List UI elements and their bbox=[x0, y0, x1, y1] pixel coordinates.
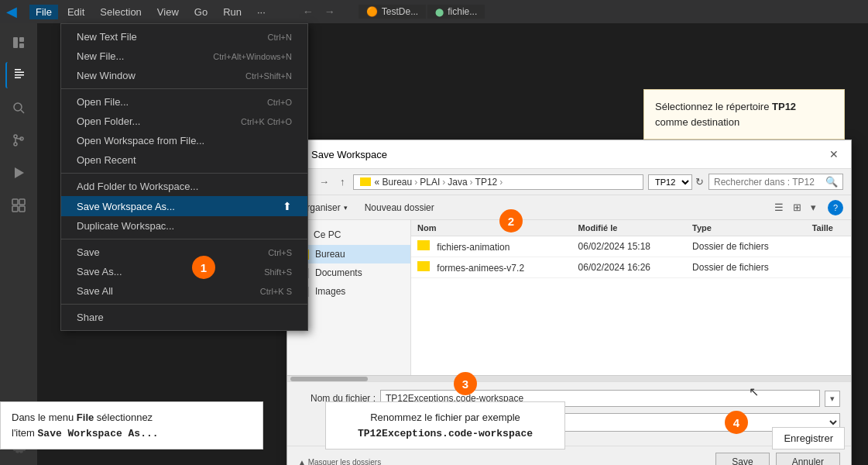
menu-item-save-workspace-as[interactable]: Save Workspace As... ⬆ bbox=[61, 196, 307, 216]
callout-4: Enregistrer bbox=[772, 427, 845, 450]
menu-item-save-all[interactable]: Save All Ctrl+K S bbox=[61, 281, 307, 301]
sidebar-explorer-icon[interactable] bbox=[5, 29, 32, 56]
svg-line-8 bbox=[21, 110, 24, 113]
menu-edit[interactable]: Edit bbox=[61, 5, 91, 19]
col-taille[interactable]: Taille bbox=[806, 220, 851, 236]
scroll-thumb[interactable] bbox=[290, 377, 368, 381]
horizontal-scrollbar[interactable] bbox=[287, 375, 851, 381]
menu-item-open-file[interactable]: Open File... Ctrl+O bbox=[61, 92, 307, 112]
sidebar-git-icon[interactable] bbox=[5, 127, 32, 153]
menu-item-open-workspace-from-file[interactable]: Open Workspace from File... bbox=[61, 131, 307, 150]
menu-item-open-folder[interactable]: Open Folder... Ctrl+K Ctrl+O bbox=[61, 112, 307, 131]
folder-icon-formes-animees bbox=[417, 261, 430, 271]
tab-fichie[interactable]: ⬤ fichie... bbox=[427, 5, 485, 19]
svg-rect-5 bbox=[15, 74, 24, 76]
col-modified[interactable]: Modifié le bbox=[572, 220, 686, 236]
search-input[interactable] bbox=[714, 177, 822, 188]
view-chevron-icon[interactable]: ▾ bbox=[807, 199, 820, 215]
view-grid-icon[interactable]: ⊞ bbox=[789, 199, 805, 215]
svg-rect-16 bbox=[12, 206, 18, 212]
breadcrumb-path[interactable]: « Bureau › PLAI › Java › TP12 › bbox=[353, 174, 644, 190]
badge-1: 1 bbox=[192, 256, 215, 279]
col-type[interactable]: Type bbox=[686, 220, 806, 236]
menu-item-new-file[interactable]: New File... Ctrl+Alt+Windows+N bbox=[61, 46, 307, 66]
file-row-1[interactable]: fichiers-animation 06/02/2024 15:18 Doss… bbox=[411, 236, 851, 257]
menu-item-save[interactable]: Save Ctrl+S bbox=[61, 243, 307, 262]
sidebar-files-icon[interactable] bbox=[5, 62, 32, 88]
menu-file[interactable]: File bbox=[29, 5, 58, 19]
menu-bar: File Edit Selection View Go Run ··· bbox=[29, 5, 272, 19]
menu-selection[interactable]: Selection bbox=[94, 5, 147, 19]
filename-dropdown-arrow[interactable]: ▾ bbox=[825, 391, 840, 407]
tab-area: 🟠 TestDe... ⬤ fichie... bbox=[359, 5, 485, 19]
svg-rect-15 bbox=[19, 199, 25, 205]
menu-item-new-text-file[interactable]: New Text File Ctrl+N bbox=[61, 27, 307, 46]
breadcrumb-dropdown[interactable]: TP12 bbox=[648, 174, 692, 190]
cancel-button[interactable]: Annuler bbox=[776, 453, 840, 465]
dialog-title: Save Workspace bbox=[311, 149, 820, 160]
callout-1: Dans le menu File sélectionnezl'item Sav… bbox=[0, 401, 263, 450]
save-button[interactable]: Save bbox=[715, 453, 769, 465]
menu-view[interactable]: View bbox=[151, 5, 185, 19]
menu-item-share[interactable]: Share bbox=[61, 308, 307, 327]
sidebar-run-icon[interactable] bbox=[5, 160, 32, 186]
file-menu-dropdown: New Text File Ctrl+N New File... Ctrl+Al… bbox=[60, 23, 308, 331]
menu-run[interactable]: Run bbox=[217, 5, 248, 19]
dialog-body: 🖥 Ce PC Bureau Documents Images Nom bbox=[287, 220, 851, 375]
masquer-dossiers-btn[interactable]: ▲ Masquer les dossiers bbox=[298, 458, 381, 466]
menu-item-open-recent[interactable]: Open Recent bbox=[61, 150, 307, 170]
breadcrumb-forward-btn[interactable]: → bbox=[316, 174, 332, 189]
svg-rect-1 bbox=[19, 37, 24, 42]
breadcrumb-up-btn[interactable]: ↑ bbox=[337, 174, 348, 189]
file-row-2[interactable]: formes-animees-v7.2 06/02/2024 16:26 Dos… bbox=[411, 257, 851, 278]
search-icon: 🔍 bbox=[825, 176, 838, 188]
svg-rect-6 bbox=[15, 78, 21, 79]
callout-3: Renommez le fichier par exemple TP12Exce… bbox=[325, 401, 565, 450]
menu-item-save-as[interactable]: Save As... Shift+S bbox=[61, 262, 307, 281]
dialog-close-button[interactable]: ✕ bbox=[826, 146, 842, 162]
svg-point-10 bbox=[14, 143, 17, 146]
svg-rect-17 bbox=[19, 206, 25, 212]
badge-4: 4 bbox=[725, 411, 748, 434]
toolbar-row: Organiser ▾ Nouveau dossier ☰ ⊞ ▾ ? bbox=[287, 195, 851, 220]
sidebar-search-icon[interactable] bbox=[5, 95, 32, 121]
sidebar bbox=[0, 23, 37, 465]
breadcrumb-bar: ← → ↑ « Bureau › PLAI › Java › TP12 › TP… bbox=[287, 169, 851, 195]
view-list-icon[interactable]: ☰ bbox=[770, 199, 787, 215]
search-box: 🔍 bbox=[708, 174, 843, 190]
nouveau-dossier-button[interactable]: Nouveau dossier bbox=[360, 200, 439, 215]
top-nav: ← → bbox=[300, 4, 338, 19]
col-nom[interactable]: Nom bbox=[411, 220, 572, 236]
menu-item-new-window[interactable]: New Window Ctrl+Shift+N bbox=[61, 66, 307, 85]
svg-point-7 bbox=[14, 103, 22, 111]
svg-point-9 bbox=[14, 135, 17, 138]
nav-back-btn[interactable]: ← bbox=[300, 4, 317, 19]
badge-2: 2 bbox=[499, 209, 523, 232]
tab-testde[interactable]: 🟠 TestDe... bbox=[359, 5, 426, 19]
separator-2 bbox=[61, 173, 307, 174]
svg-marker-13 bbox=[15, 167, 24, 178]
folder-icon-fichiers-animation bbox=[417, 240, 430, 250]
refresh-btn[interactable]: ↻ bbox=[695, 176, 704, 188]
file-table: Nom Modifié le Type Taille fichiers-anim… bbox=[411, 220, 851, 278]
help-button[interactable]: ? bbox=[828, 200, 843, 215]
menu-item-duplicate-workspace[interactable]: Duplicate Workspac... bbox=[61, 216, 307, 236]
nav-forward-btn[interactable]: → bbox=[321, 4, 338, 19]
svg-rect-0 bbox=[13, 37, 18, 48]
organiser-chevron-icon: ▾ bbox=[344, 204, 348, 212]
top-bar: ◀ File Edit Selection View Go Run ··· ← … bbox=[0, 0, 868, 23]
vscode-logo-icon: ◀ bbox=[6, 3, 17, 20]
folder-icon bbox=[360, 177, 371, 186]
badge-3: 3 bbox=[454, 372, 477, 395]
svg-rect-14 bbox=[12, 199, 18, 205]
callout-2: Sélectionnez le répertoire TP12comme des… bbox=[643, 89, 845, 140]
svg-rect-2 bbox=[19, 43, 24, 48]
menu-more[interactable]: ··· bbox=[251, 5, 272, 19]
separator-1 bbox=[61, 88, 307, 89]
menu-go[interactable]: Go bbox=[188, 5, 214, 19]
sidebar-extensions-icon[interactable] bbox=[5, 192, 32, 219]
separator-3 bbox=[61, 239, 307, 239]
menu-item-add-folder[interactable]: Add Folder to Workspace... bbox=[61, 177, 307, 196]
file-pane: Nom Modifié le Type Taille fichiers-anim… bbox=[411, 220, 851, 375]
svg-rect-3 bbox=[15, 69, 21, 71]
